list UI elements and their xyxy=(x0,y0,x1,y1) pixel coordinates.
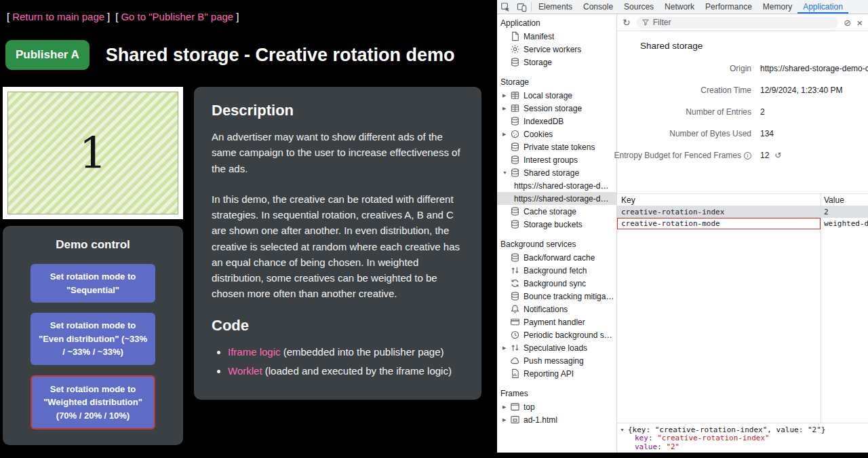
set-sequential-button[interactable]: Set rotation mode to "Sequential" xyxy=(31,264,155,303)
database-icon xyxy=(510,252,520,263)
section-title-background-services: Background services xyxy=(497,237,616,251)
publisher-b-link[interactable]: Go to "Publisher B" page xyxy=(121,11,233,22)
metadata-row: Number of Entries 2 xyxy=(617,101,868,123)
shared-storage-view: Shared storage Origin https://shared-sto… xyxy=(617,14,868,453)
chevron-down-icon xyxy=(502,170,510,175)
set-weighted-distribution-button[interactable]: Set rotation mode to "Weighted distribut… xyxy=(31,375,155,430)
tab-application[interactable]: Application xyxy=(797,0,848,14)
preview-summary: {key: "creative-rotation-index", value: … xyxy=(628,425,825,434)
sidebar-item-payment-handler[interactable]: Payment handler xyxy=(497,316,616,328)
sidebar-item-indexeddb[interactable]: IndexedDB xyxy=(497,115,616,128)
shared-storage-heading: Shared storage xyxy=(640,41,868,51)
table-row-creative-rotation-index[interactable]: creative-rotation-index 2 xyxy=(617,206,868,218)
sidebar-item-speculative-loads[interactable]: Speculative loads xyxy=(497,341,616,354)
bullet-text: (loaded and executed by the iframe logic… xyxy=(262,365,452,377)
table-row-creative-rotation-mode[interactable]: creative-rotation-mode weighted-distribu… xyxy=(617,218,868,229)
device-toolbar-icon[interactable] xyxy=(513,0,530,14)
page-body: 1 Demo control Set rotation mode to "Seq… xyxy=(0,87,497,445)
close-icon[interactable] xyxy=(856,18,863,28)
sidebar-item-push-messaging[interactable]: Push messaging xyxy=(497,354,616,367)
left-column: 1 Demo control Set rotation mode to "Seq… xyxy=(3,87,183,445)
inspect-icon[interactable] xyxy=(497,0,513,14)
ad-creative-frame[interactable]: 1 xyxy=(3,87,183,219)
metadata-label: Origin xyxy=(730,64,751,73)
worklet-link[interactable]: Worklet xyxy=(228,365,262,377)
database-icon xyxy=(510,219,520,229)
column-header-key[interactable]: Key xyxy=(617,194,821,206)
sidebar-item-background-fetch[interactable]: Background fetch xyxy=(497,264,616,277)
sidebar-item-frame-top[interactable]: top xyxy=(497,400,616,413)
sidebar-item-reporting-api[interactable]: Reporting API xyxy=(497,367,616,380)
creative-number: 1 xyxy=(79,128,107,178)
refresh-icon[interactable] xyxy=(623,18,631,27)
sync-arrows-icon xyxy=(510,278,520,288)
list-item: Worklet (loaded and executed by the ifra… xyxy=(228,363,464,379)
set-even-distribution-button[interactable]: Set rotation mode to "Even distribution"… xyxy=(31,313,155,365)
funnel-icon xyxy=(642,18,650,26)
expand-arrow-icon[interactable] xyxy=(620,427,628,432)
tab-memory[interactable]: Memory xyxy=(757,0,797,14)
column-header-value[interactable]: Value xyxy=(821,194,868,206)
sidebar-item-local-storage[interactable]: Local storage xyxy=(497,89,616,102)
preview-prop-name: value xyxy=(635,442,666,451)
chevron-right-icon xyxy=(502,132,510,137)
sidebar-item-private-state-tokens[interactable]: Private state tokens xyxy=(497,140,616,153)
gear-icon xyxy=(510,44,520,54)
sidebar-item-manifest[interactable]: Manifest xyxy=(497,30,616,43)
publisher-badge: Publisher A xyxy=(5,40,90,70)
return-main-link[interactable]: Return to main page xyxy=(12,11,104,22)
sidebar-item-shared-storage-origin-1[interactable]: https://shared-storage-d… xyxy=(497,179,616,192)
description-paragraph-1: An advertiser may want to show different… xyxy=(212,129,464,176)
cell-value: weighted-distribution xyxy=(821,218,868,229)
reset-budget-icon[interactable] xyxy=(774,151,781,160)
list-item: Iframe logic (embedded into the publishe… xyxy=(228,344,464,360)
bracket: [ xyxy=(115,11,118,22)
chevron-right-icon xyxy=(502,106,510,111)
tab-sources[interactable]: Sources xyxy=(618,0,659,14)
sidebar-item-frame-ad1[interactable]: ad-1.html xyxy=(497,413,616,426)
info-icon[interactable] xyxy=(744,152,751,159)
filter-box[interactable] xyxy=(636,17,839,28)
sidebar-item-back-forward-cache[interactable]: Back/forward cache xyxy=(497,251,616,264)
devtools: Elements Console Sources Network Perform… xyxy=(497,0,868,453)
origin-value: https://shared-storage-demo-co xyxy=(760,64,868,73)
metadata-row: Origin https://shared-storage-demo-co xyxy=(617,58,868,79)
report-document-icon xyxy=(510,368,520,379)
entry-preview-pane: {key: "creative-rotation-index", value: … xyxy=(617,423,868,453)
sidebar-item-storage[interactable]: Storage xyxy=(497,56,616,69)
bracket: ] xyxy=(236,11,239,22)
filter-input[interactable] xyxy=(653,18,833,27)
sidebar-item-cookies[interactable]: Cookies xyxy=(497,128,616,140)
devtools-tabbar: Elements Console Sources Network Perform… xyxy=(497,0,868,14)
metadata-row: Number of Bytes Used 134 xyxy=(617,123,868,145)
section-title-storage: Storage xyxy=(497,75,616,89)
database-icon xyxy=(510,291,520,301)
sidebar-item-shared-storage[interactable]: Shared storage xyxy=(497,166,616,179)
sidebar-item-cache-storage[interactable]: Cache storage xyxy=(497,205,616,218)
tab-elements[interactable]: Elements xyxy=(533,0,578,14)
sidebar-item-interest-groups[interactable]: Interest groups xyxy=(497,153,616,166)
code-links-list: Iframe logic (embedded into the publishe… xyxy=(216,344,464,379)
sidebar-item-shared-storage-origin-2[interactable]: https://shared-storage-d… xyxy=(497,192,616,205)
sidebar-item-storage-buckets[interactable]: Storage buckets xyxy=(497,218,616,231)
sidebar-item-periodic-background-sync[interactable]: Periodic background s… xyxy=(497,328,616,341)
sidebar-item-service-workers[interactable]: Service workers xyxy=(497,43,616,56)
panel-toolbar xyxy=(617,14,868,31)
cookie-icon xyxy=(510,129,520,139)
database-icon xyxy=(510,168,520,178)
sidebar-item-bounce-tracking[interactable]: Bounce tracking mitiga… xyxy=(497,290,616,303)
description-paragraph-2: In this demo, the creative can be rotate… xyxy=(212,191,464,302)
tab-console[interactable]: Console xyxy=(578,0,618,14)
metadata-label: Number of Bytes Used xyxy=(669,129,751,138)
preview-prop-value: "2" xyxy=(666,442,679,451)
chevron-right-icon xyxy=(502,417,510,423)
tab-performance[interactable]: Performance xyxy=(700,0,757,14)
sidebar-item-session-storage[interactable]: Session storage xyxy=(497,102,616,115)
sidebar-item-notifications[interactable]: Notifications xyxy=(497,303,616,316)
sidebar-item-background-sync[interactable]: Background sync xyxy=(497,277,616,290)
bytes-used-value: 134 xyxy=(760,129,868,138)
section-title-frames: Frames xyxy=(497,387,616,400)
tab-network[interactable]: Network xyxy=(659,0,700,14)
clear-all-icon[interactable] xyxy=(844,18,851,27)
iframe-logic-link[interactable]: Iframe logic xyxy=(228,346,281,358)
